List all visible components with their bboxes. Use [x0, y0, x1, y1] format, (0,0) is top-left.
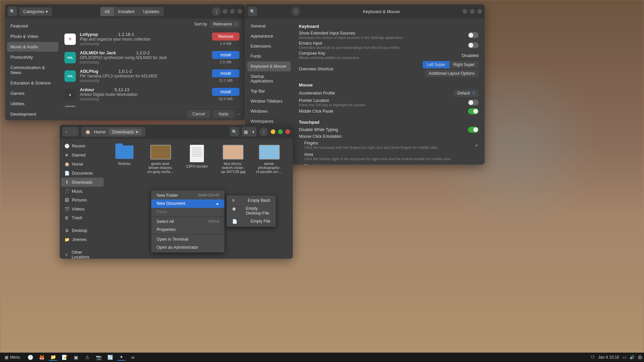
menu-item[interactable]: Properties — [151, 226, 224, 234]
sidebar-item[interactable]: Productivity — [7, 52, 58, 62]
menu-icon[interactable]: ⋮ — [259, 127, 268, 136]
additional-layout-button[interactable]: Additional Layout Options — [425, 70, 479, 77]
minimize-button[interactable] — [223, 9, 227, 14]
sidebar-item[interactable]: Keyboard & Mouse — [247, 61, 291, 71]
taskbar-app-editor[interactable]: 📝 — [60, 354, 68, 361]
minimize-button[interactable] — [271, 129, 275, 134]
sidebar-item[interactable]: 🖥Desktop — [61, 226, 104, 235]
file-item[interactable]: green-and-brown-leaves-on-gray-surfa… — [147, 145, 174, 174]
search-icon[interactable]: 🔍 — [8, 7, 17, 16]
power-icon[interactable]: ⏻ — [638, 355, 642, 360]
cancel-button[interactable]: Cancel — [187, 110, 210, 118]
tab-all[interactable]: All — [100, 7, 114, 16]
maximize-button[interactable] — [470, 9, 475, 14]
view-grid-icon[interactable]: ▦ — [242, 127, 250, 136]
sidebar-item[interactable]: 🕘Recent — [61, 141, 104, 150]
overview-segment[interactable]: Left SuperRight Super — [423, 61, 479, 68]
clock-text[interactable]: Jan 4 15:16 — [598, 355, 619, 360]
sidebar-item[interactable]: Games — [7, 88, 58, 98]
toggle-midclick[interactable] — [468, 108, 479, 114]
menu-icon[interactable]: ⋮ — [291, 7, 300, 16]
toggle-pointer[interactable] — [468, 100, 479, 106]
path-bar[interactable]: 🏠Home Downloads▾ — [81, 127, 146, 137]
accel-select[interactable]: Default⇅ — [454, 89, 479, 97]
menu-item[interactable]: Select AllCtrl+A — [151, 218, 224, 226]
menu-item[interactable]: ≡Empty Bash — [227, 196, 276, 204]
compose-value[interactable]: Disabled — [462, 53, 479, 58]
apply-button[interactable]: Apply — [213, 110, 234, 118]
install-button[interactable]: Install — [212, 88, 239, 96]
app-row[interactable]: Ario1.6-1 Install — [64, 104, 241, 107]
forward-button[interactable]: › — [70, 127, 78, 136]
menu-item[interactable]: ◉Empty Desktop File — [227, 204, 276, 217]
arrow-right-icon[interactable]: → — [236, 111, 241, 116]
sidebar-item[interactable]: 🎬Videos — [61, 204, 104, 214]
file-item[interactable]: Roboto — [111, 145, 138, 166]
install-button[interactable]: Install — [212, 51, 239, 59]
maximize-button[interactable] — [230, 9, 235, 14]
sidebar-item[interactable]: ⬇Downloads — [61, 178, 104, 187]
taskbar-app-clock[interactable]: 🕐 — [26, 354, 34, 361]
sidebar-item[interactable]: Window Titlebars — [247, 96, 291, 106]
sort-select[interactable]: Relevance⇅ — [210, 20, 241, 28]
taskbar-app-tweaks[interactable]: ✦ — [117, 354, 125, 361]
toggle-disable-typing[interactable] — [468, 127, 479, 133]
radio-fingers[interactable]: ✓ — [475, 143, 479, 148]
sidebar-item[interactable]: ★Starred — [61, 150, 104, 160]
search-icon[interactable]: 🔍 — [248, 7, 257, 16]
sidebar-item[interactable]: Windows — [247, 106, 291, 116]
app-row[interactable]: ▲ Ardour5.12-13Ardour Digital Audio Work… — [64, 85, 241, 104]
minimize-button[interactable] — [463, 9, 467, 14]
sidebar-item[interactable]: 🎵Music — [61, 187, 104, 196]
sidebar-item[interactable]: 🏠Home — [61, 160, 104, 169]
sidebar-item[interactable]: Development — [7, 109, 58, 119]
shield-icon[interactable]: 🛡 — [591, 355, 595, 360]
taskbar-app-updater[interactable]: 🔄 — [106, 354, 114, 361]
volume-icon[interactable]: 🔊 — [630, 355, 635, 360]
close-button[interactable] — [285, 129, 290, 134]
app-row[interactable]: ADL ADLMIDI for Jack1.2.0-2OPL3/OPN2 syn… — [64, 48, 241, 67]
menu-icon[interactable]: ⋮ — [212, 7, 221, 16]
remove-button[interactable]: Remove — [212, 33, 239, 41]
back-button[interactable]: ‹ — [62, 127, 70, 136]
maximize-button[interactable] — [278, 129, 283, 134]
taskbar-app-misc[interactable]: ∞ — [129, 354, 137, 361]
toggle-extended-sources[interactable] — [468, 32, 479, 38]
menu-item[interactable]: Open as Administrator — [151, 243, 224, 251]
toggle-emacs[interactable] — [468, 42, 479, 48]
sidebar-item[interactable]: Utilities — [7, 99, 58, 109]
install-button[interactable]: Install — [212, 69, 239, 77]
file-item[interactable]: 13PX-border — [183, 145, 210, 168]
sidebar-item[interactable]: Startup Applications — [247, 71, 291, 86]
taskbar-app-screenshot[interactable]: 📷 — [95, 354, 103, 361]
sidebar-item[interactable]: Top Bar — [247, 86, 291, 96]
taskbar-app-files[interactable]: 📁 — [49, 354, 57, 361]
menu-item[interactable]: New FolderShift+Ctrl+N — [151, 191, 224, 199]
categories-button[interactable]: Categories ▾ — [19, 7, 52, 16]
sidebar-item[interactable]: Music & Audio — [7, 42, 58, 52]
taskbar-app-terminal[interactable]: ▣ — [72, 354, 80, 361]
sidebar-item[interactable]: Featured — [7, 21, 58, 31]
sidebar-item[interactable]: Appearance — [247, 31, 291, 41]
menu-button[interactable]: ▦Menu — [2, 354, 23, 361]
sidebar-item[interactable]: Extensions — [247, 41, 291, 51]
sidebar-item[interactable]: 🗑Trash — [61, 214, 104, 222]
file-item[interactable]: aerial-photography-of-people-on-… — [256, 145, 283, 174]
view-dropdown[interactable]: ▾ — [250, 127, 257, 136]
menu-item[interactable]: Open in Terminal — [151, 235, 224, 243]
taskbar-app-warn[interactable]: ⚠ — [83, 354, 91, 361]
app-row[interactable]: 🍭 Lollypop1.2.16-1Play and organize your… — [64, 30, 241, 48]
menu-item[interactable]: New Document▸ — [151, 199, 224, 208]
menu-item[interactable]: 📄Empty File — [227, 217, 276, 226]
sidebar-item[interactable]: Fonts — [247, 51, 291, 61]
sidebar-item[interactable]: 📁.themes — [61, 235, 104, 244]
sidebar-item[interactable]: 📄Documents — [61, 169, 104, 178]
sidebar-item[interactable]: General — [247, 21, 291, 31]
display-icon[interactable]: ▭ — [623, 355, 626, 360]
taskbar-app-firefox[interactable]: 🦊 — [38, 354, 46, 361]
close-button[interactable] — [477, 9, 482, 14]
close-button[interactable] — [237, 9, 242, 14]
file-item[interactable]: blur-blurry-bokeh-close-up-347139.jpg — [220, 145, 247, 174]
tab-installed[interactable]: Installed — [114, 7, 139, 16]
sidebar-item[interactable]: Communication & News — [7, 63, 58, 77]
